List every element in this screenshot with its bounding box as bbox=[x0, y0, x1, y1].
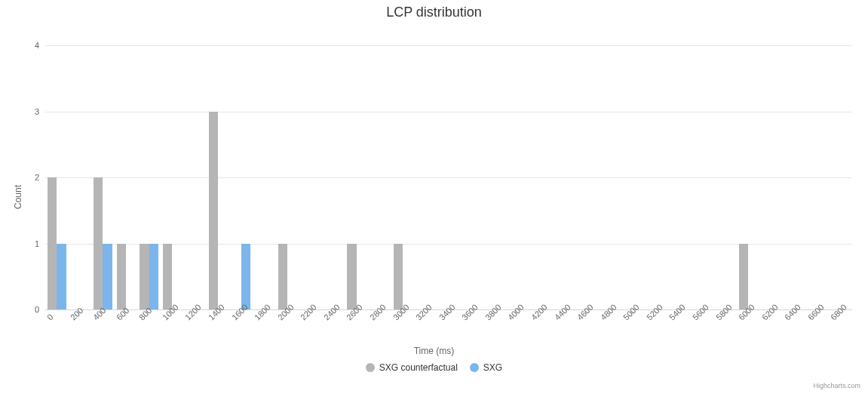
chart-title: LCP distribution bbox=[0, 5, 868, 20]
legend: SXG counterfactualSXG bbox=[0, 362, 868, 374]
category-slot: 4600 bbox=[575, 45, 599, 309]
legend-item[interactable]: SXG counterfactual bbox=[366, 362, 458, 373]
category-slot: 6200 bbox=[760, 45, 784, 309]
legend-swatch-icon bbox=[470, 363, 479, 372]
chart-container: LCP distribution Count 01234020040060080… bbox=[0, 0, 868, 394]
y-axis-label: Count bbox=[13, 185, 23, 209]
category-slot: 3600 bbox=[460, 45, 483, 309]
category-slot: 5000 bbox=[621, 45, 645, 309]
bar-sxg[interactable] bbox=[57, 244, 66, 310]
bar-counterfactual[interactable] bbox=[278, 244, 287, 310]
legend-swatch-icon bbox=[366, 363, 375, 372]
category-slot: 0 bbox=[45, 45, 69, 309]
y-tick-label: 4 bbox=[35, 41, 45, 50]
x-tick-label: 3800 bbox=[483, 303, 503, 322]
x-tick-label: 4800 bbox=[599, 303, 618, 322]
x-tick-label: 3200 bbox=[414, 303, 434, 322]
x-tick-label: 3400 bbox=[437, 303, 457, 322]
category-slot: 2600 bbox=[345, 45, 368, 309]
bar-counterfactual[interactable] bbox=[48, 177, 57, 309]
category-slot: 3800 bbox=[483, 45, 507, 309]
x-tick-label: 2200 bbox=[299, 303, 318, 322]
category-slot: 5400 bbox=[667, 45, 691, 309]
category-slot: 800 bbox=[137, 45, 161, 309]
category-slot: 3000 bbox=[391, 45, 415, 309]
category-slot: 1000 bbox=[161, 45, 184, 309]
x-tick-label: 5400 bbox=[667, 303, 687, 322]
category-slot: 1200 bbox=[183, 45, 207, 309]
bar-sxg[interactable] bbox=[241, 244, 250, 310]
plot-area: 0123402004006008001000120014001600180020… bbox=[45, 45, 852, 309]
bar-counterfactual[interactable] bbox=[140, 244, 149, 310]
category-slot: 4400 bbox=[553, 45, 576, 309]
category-slot: 5200 bbox=[645, 45, 668, 309]
x-tick-label: 3600 bbox=[460, 303, 480, 322]
x-tick-label: 6600 bbox=[806, 303, 826, 322]
bar-counterfactual[interactable] bbox=[117, 244, 126, 310]
category-slot: 6800 bbox=[829, 45, 852, 309]
legend-label: SXG bbox=[483, 362, 502, 373]
bar-sxg[interactable] bbox=[103, 244, 112, 310]
y-tick-label: 1 bbox=[35, 239, 45, 248]
x-tick-label: 5000 bbox=[621, 303, 641, 322]
bar-sxg[interactable] bbox=[149, 244, 158, 310]
x-tick-label: 1200 bbox=[183, 303, 203, 322]
bar-counterfactual[interactable] bbox=[394, 244, 403, 310]
category-slot: 2200 bbox=[299, 45, 322, 309]
x-tick-label: 5200 bbox=[645, 303, 664, 322]
legend-label: SXG counterfactual bbox=[379, 362, 458, 373]
category-slot: 2400 bbox=[322, 45, 345, 309]
category-slot: 5600 bbox=[691, 45, 714, 309]
x-tick-label: 6400 bbox=[783, 303, 802, 322]
x-tick-label: 6800 bbox=[829, 303, 848, 322]
x-tick-label: 1800 bbox=[253, 303, 272, 322]
category-slot: 200 bbox=[69, 45, 92, 309]
category-slot: 6400 bbox=[783, 45, 806, 309]
category-slot: 3200 bbox=[414, 45, 437, 309]
x-tick-label: 5800 bbox=[714, 303, 734, 322]
x-tick-label: 1600 bbox=[230, 303, 250, 322]
category-slot: 2800 bbox=[368, 45, 391, 309]
x-tick-label: 200 bbox=[69, 306, 84, 322]
category-slot: 4800 bbox=[599, 45, 622, 309]
x-tick-label: 5600 bbox=[691, 303, 710, 322]
category-slot: 6000 bbox=[737, 45, 760, 309]
y-tick-label: 3 bbox=[35, 107, 45, 116]
bar-counterfactual[interactable] bbox=[163, 244, 172, 310]
bar-counterfactual[interactable] bbox=[347, 244, 356, 310]
y-tick-label: 2 bbox=[35, 173, 45, 182]
category-slot: 600 bbox=[115, 45, 138, 309]
x-tick-label: 4600 bbox=[575, 303, 595, 322]
x-axis-label: Time (ms) bbox=[0, 346, 868, 356]
category-slot: 6600 bbox=[806, 45, 830, 309]
y-tick-label: 0 bbox=[35, 305, 45, 314]
bar-counterfactual[interactable] bbox=[739, 244, 748, 310]
category-slot: 1800 bbox=[253, 45, 276, 309]
x-tick-label: 2400 bbox=[322, 303, 342, 322]
category-slot: 4000 bbox=[506, 45, 529, 309]
x-tick-label: 6200 bbox=[760, 303, 780, 322]
legend-item[interactable]: SXG bbox=[470, 362, 502, 373]
x-tick-label: 2800 bbox=[368, 303, 388, 322]
category-slot: 1400 bbox=[207, 45, 230, 309]
x-tick-label: 0 bbox=[45, 312, 55, 322]
credits-link[interactable]: Highcharts.com bbox=[813, 382, 860, 389]
x-tick-label: 4000 bbox=[506, 303, 526, 322]
category-slot: 3400 bbox=[437, 45, 461, 309]
category-slot: 4200 bbox=[529, 45, 553, 309]
bar-counterfactual[interactable] bbox=[209, 112, 218, 310]
category-slot: 1600 bbox=[230, 45, 253, 309]
category-slot: 400 bbox=[91, 45, 115, 309]
category-slot: 2000 bbox=[276, 45, 299, 309]
x-tick-label: 4200 bbox=[529, 303, 549, 322]
x-tick-label: 4400 bbox=[553, 303, 572, 322]
bar-counterfactual[interactable] bbox=[94, 177, 103, 309]
category-slot: 5800 bbox=[714, 45, 738, 309]
